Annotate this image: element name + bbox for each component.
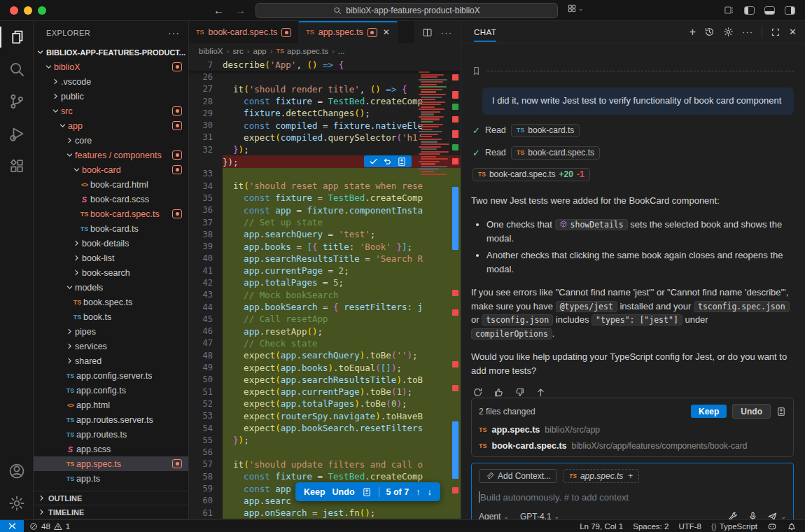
activity-explorer-icon[interactable] <box>0 21 33 53</box>
tree-item-app.config.server.ts[interactable]: TSapp.config.server.ts <box>34 368 188 383</box>
undo-change-icon[interactable] <box>383 157 392 166</box>
activity-run-debug-icon[interactable] <box>0 118 33 150</box>
explorer-more-actions-icon[interactable]: ··· <box>168 27 180 38</box>
minimap[interactable] <box>417 71 449 178</box>
breadcrumb-item[interactable]: app <box>253 47 267 55</box>
gear-icon[interactable] <box>723 27 734 37</box>
tree-item-book-card.ts[interactable]: TSbook-card.ts <box>34 221 188 236</box>
tree-item-app.ts[interactable]: TSapp.ts <box>34 471 188 486</box>
tree-item-book.spec.ts[interactable]: TSbook.spec.ts <box>34 295 188 309</box>
customize-layout-icon[interactable] <box>724 5 734 15</box>
tree-item-book-list[interactable]: book-list <box>34 251 188 265</box>
tree-item-app.scss[interactable]: Sapp.scss <box>34 442 188 456</box>
tree-item-app.html[interactable]: <>app.html <box>34 398 188 412</box>
code-line[interactable]: 41 app.currentPage = 2; <box>189 265 461 276</box>
maximize-icon[interactable] <box>771 27 780 37</box>
sidebar-section-timeline[interactable]: TIMELINE <box>34 505 188 519</box>
more-actions-icon[interactable]: ··· <box>742 27 753 37</box>
activity-settings-icon[interactable] <box>0 487 33 519</box>
thumbs-up-icon[interactable] <box>493 387 504 398</box>
diff-file-icon[interactable] <box>397 157 407 167</box>
tree-item-app.routes.ts[interactable]: TSapp.routes.ts <box>34 427 188 442</box>
tree-item-book-details[interactable]: book-details <box>34 236 188 251</box>
tree-item-.vscode[interactable]: .vscode <box>34 74 188 89</box>
diff-stat-chip[interactable]: TS book-card.spec.ts +20 -1 <box>472 168 590 181</box>
code-line[interactable]: 40 app.searchResultsTitle = 'Search R <box>189 253 461 265</box>
export-icon[interactable] <box>536 387 546 398</box>
new-chat-icon[interactable]: + <box>690 26 696 38</box>
view-diff-icon[interactable] <box>776 407 786 416</box>
language-mode[interactable]: {} TypeScript <box>711 522 757 531</box>
thumbs-down-icon[interactable] <box>514 387 525 398</box>
activity-source-control-icon[interactable] <box>0 85 33 118</box>
tree-item-app.config.ts[interactable]: TSapp.config.ts <box>34 383 188 398</box>
tree-item-features-components[interactable]: features / components <box>34 148 188 162</box>
tree-item-book.ts[interactable]: TSbook.ts <box>34 309 188 324</box>
keep-all-button[interactable]: Keep <box>691 405 727 418</box>
bell-icon[interactable] <box>787 522 797 531</box>
tree-item-app[interactable]: app <box>34 118 188 133</box>
code-line[interactable]: 52 expect(app.totalPages).toBe(0); <box>189 398 461 410</box>
tree-item-public[interactable]: public <box>34 89 188 104</box>
code-line[interactable]: 54 expect(app.bookSearch.resetFilters <box>189 422 461 434</box>
keep-button[interactable]: Keep <box>304 487 326 497</box>
workspace-root-folder[interactable]: BIBLIOX-APP-FEATURES-PRODUCT... <box>34 45 188 59</box>
code-editor[interactable]: 7describe('App', () => {2627 it('should … <box>189 59 461 519</box>
code-line[interactable]: 42 app.totalPages = 5; <box>189 276 461 288</box>
tree-item-book-search[interactable]: book-search <box>34 265 188 280</box>
tree-item-book-card.html[interactable]: <>book-card.html <box>34 177 188 192</box>
breadcrumb-item[interactable]: ... <box>338 47 345 55</box>
tree-item-app.routes.server.ts[interactable]: TSapp.routes.server.ts <box>34 412 188 427</box>
chat-tab[interactable]: CHAT <box>474 28 496 42</box>
editor-tab-book-card.spec.ts[interactable]: TSbook-card.spec.ts <box>189 21 299 43</box>
tree-item-pipes[interactable]: pipes <box>34 324 188 339</box>
tree-item-shared[interactable]: shared <box>34 354 188 368</box>
code-line[interactable]: 53 expect(routerSpy.navigate).toHaveB <box>189 410 461 422</box>
diff-file-icon[interactable] <box>362 487 372 497</box>
code-line[interactable]: 44 app.bookSearch = { resetFilters: j <box>189 301 461 313</box>
undo-button[interactable]: Undo <box>332 487 355 497</box>
nav-back-icon[interactable]: ← <box>214 4 224 16</box>
undo-all-button[interactable]: Undo <box>732 404 771 419</box>
code-line[interactable]: 56 <box>189 447 461 458</box>
changed-file-row[interactable]: TSapp.spec.tsbiblioX/src/app <box>479 425 786 435</box>
code-line[interactable]: 36 const app = fixture.componentInsta <box>189 204 461 216</box>
chat-input-box[interactable]: Add Context... TS app.spec.ts + Build au… <box>471 463 794 527</box>
copilot-icon[interactable] <box>767 522 777 531</box>
changed-file-row[interactable]: TSbook-card.spec.tsbiblioX/src/app/featu… <box>479 441 786 451</box>
split-editor-icon[interactable] <box>422 27 433 38</box>
code-line[interactable]: 51 expect(app.currentPage).toBe(1); <box>189 386 461 398</box>
breadcrumb-item[interactable]: TSapp.spec.ts <box>276 47 328 55</box>
code-line[interactable]: 57 it('should update filters and call o <box>189 458 461 470</box>
code-line[interactable]: 49 expect(app.books).toEqual([]); <box>189 361 461 373</box>
activity-accounts-icon[interactable] <box>0 455 33 487</box>
tree-item-app.spec.ts[interactable]: TSapp.spec.ts <box>34 456 188 471</box>
toggle-sidebar-right-icon[interactable] <box>785 6 795 15</box>
tree-item-core[interactable]: core <box>34 133 188 148</box>
tree-item-book-card[interactable]: book-card <box>34 162 188 177</box>
encoding[interactable]: UTF-8 <box>678 522 701 531</box>
command-center-search[interactable]: biblioX-app-features-product-biblioX <box>255 3 558 18</box>
toggle-sidebar-left-icon[interactable] <box>744 6 755 15</box>
code-line[interactable]: 39 app.books = [{ title: 'Book' }]; <box>189 240 461 252</box>
toggle-panel-icon[interactable] <box>764 6 775 15</box>
tree-item-models[interactable]: models <box>34 280 188 295</box>
code-line[interactable]: 37 // Set up state <box>189 216 461 228</box>
zoom-window-button[interactable] <box>38 6 46 15</box>
tool-file-chip[interactable]: TSbook-card.spec.ts <box>511 146 600 160</box>
accept-change-icon[interactable] <box>369 157 378 166</box>
problems-indicator[interactable]: 48 1 <box>29 522 70 531</box>
breadcrumb-item[interactable]: src <box>232 47 243 55</box>
cursor-position[interactable]: Ln 79, Col 1 <box>580 522 623 531</box>
code-line[interactable]: 47 // Check state <box>189 337 461 349</box>
code-line[interactable]: 48 expect(app.searchQuery).toBe(''); <box>189 349 461 361</box>
close-tab-icon[interactable]: ✕ <box>383 27 390 37</box>
minimize-window-button[interactable] <box>24 6 32 15</box>
tree-item-bibliox[interactable]: biblioX <box>34 59 188 74</box>
close-window-button[interactable] <box>10 6 18 15</box>
regenerate-icon[interactable] <box>472 387 483 398</box>
bookmark-icon[interactable] <box>471 66 482 76</box>
nav-forward-icon[interactable]: → <box>235 4 246 16</box>
activity-extensions-icon[interactable] <box>0 150 33 182</box>
code-line[interactable]: 43 // Mock bookSearch <box>189 289 461 301</box>
